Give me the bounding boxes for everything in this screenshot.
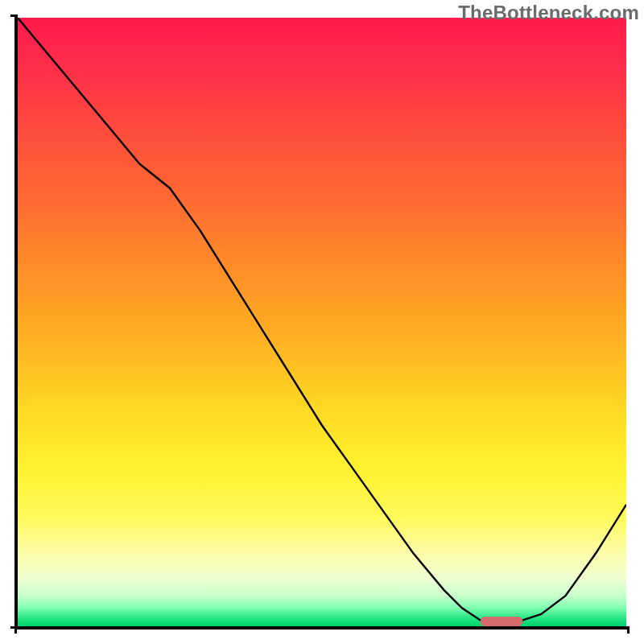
optimal-range-marker [481,617,523,626]
y-tick [10,14,18,17]
bottleneck-chart: TheBottleneck.com [0,0,644,644]
y-axis [14,14,18,630]
x-tick [14,626,17,634]
watermark-text: TheBottleneck.com [458,2,639,24]
plot-area [18,18,626,626]
curve-layer [18,18,626,626]
x-tick [627,626,630,634]
bottleneck-curve [18,18,626,620]
x-axis [14,626,630,630]
